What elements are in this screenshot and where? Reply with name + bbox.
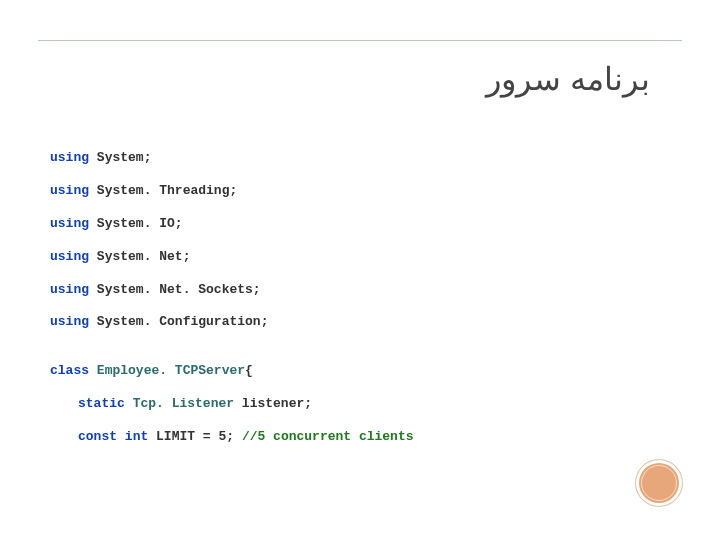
keyword-class: class <box>50 363 89 378</box>
code-line: class Employee. TCPServer{ <box>50 363 670 380</box>
class-name: Employee. TCPServer <box>97 363 245 378</box>
code-line: using System. IO; <box>50 216 670 233</box>
namespace: System. Threading; <box>97 183 237 198</box>
accent-bar <box>38 40 682 41</box>
slide-title: برنامه سرور <box>486 60 650 98</box>
brace: { <box>245 363 253 378</box>
code-line: using System. Configuration; <box>50 314 670 331</box>
code-line: using System. Net. Sockets; <box>50 282 670 299</box>
namespace: System. Net. Sockets; <box>97 282 261 297</box>
keyword-using: using <box>50 216 89 231</box>
code-line: const int LIMIT = 5; //5 concurrent clie… <box>50 429 670 446</box>
variable: LIMIT = 5; <box>156 429 234 444</box>
type-name: Tcp. Listener <box>133 396 234 411</box>
keyword-using: using <box>50 282 89 297</box>
keyword-int: int <box>125 429 148 444</box>
code-line: using System. Threading; <box>50 183 670 200</box>
namespace: System. Configuration; <box>97 314 269 329</box>
keyword-using: using <box>50 150 89 165</box>
code-line: static Tcp. Listener listener; <box>50 396 670 413</box>
keyword-using: using <box>50 314 89 329</box>
decorative-circle-icon <box>636 460 682 506</box>
comment: //5 concurrent clients <box>242 429 414 444</box>
namespace: System; <box>97 150 152 165</box>
code-block: using System; using System. Threading; u… <box>50 150 670 462</box>
namespace: System. IO; <box>97 216 183 231</box>
code-line: using System. Net; <box>50 249 670 266</box>
keyword-using: using <box>50 249 89 264</box>
code-line: using System; <box>50 150 670 167</box>
variable: listener; <box>242 396 312 411</box>
slide: برنامه سرور using System; using System. … <box>0 0 720 540</box>
namespace: System. Net; <box>97 249 191 264</box>
keyword-const: const <box>78 429 117 444</box>
keyword-static: static <box>78 396 125 411</box>
keyword-using: using <box>50 183 89 198</box>
